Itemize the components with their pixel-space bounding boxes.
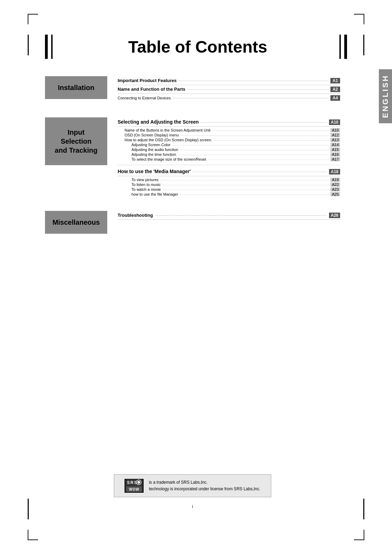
header-bar-far-right bbox=[344, 35, 347, 59]
toc-page-name-function: A2 bbox=[330, 87, 340, 92]
toc-page-movie: A23 bbox=[330, 187, 340, 191]
toc-label-media-manager: How to use the 'Media Manager' bbox=[118, 169, 191, 174]
svg-text:WOW: WOW bbox=[129, 488, 139, 491]
page-header: Table of Contents bbox=[45, 35, 347, 59]
toc-label-time: Adjusting the time function bbox=[131, 152, 176, 157]
corner-mark-tr-h bbox=[354, 14, 364, 15]
footer: SRS WOW is a trademark of SRS Labs,Inc. … bbox=[45, 474, 340, 509]
toc-label-osd: OSD (On Screen Display) menu bbox=[125, 133, 179, 137]
toc-label-name-function: Name and Function of the Parts bbox=[118, 87, 185, 92]
section-label-input: InputSelectionand Tracking bbox=[45, 117, 107, 165]
toc-label-troubleshooting: Troubleshooting bbox=[118, 213, 153, 218]
header-bar-left-thin bbox=[51, 35, 53, 59]
toc-dots-image-size bbox=[208, 160, 329, 160]
toc-entry-screen-color: Adjusting Screen Color A14 bbox=[118, 143, 340, 147]
page-number: i bbox=[192, 504, 193, 509]
section-content-misc: Troubleshooting A26 bbox=[118, 211, 340, 234]
toc-entry-image-size: To select the image size of the screen/R… bbox=[118, 157, 340, 161]
toc-entry-important-features: Important Product Features A1 bbox=[118, 78, 340, 85]
toc-dots-music bbox=[162, 185, 329, 185]
toc-dots-osd bbox=[181, 135, 329, 136]
section-content-installation: Important Product Features A1 Name and F… bbox=[118, 76, 340, 104]
toc-page-music: A22 bbox=[330, 182, 340, 187]
toc-page-media-manager: A18 bbox=[329, 169, 340, 175]
toc-dots-buttons bbox=[212, 131, 329, 131]
toc-dots-time bbox=[178, 155, 329, 155]
toc-page-how-adjust: A13 bbox=[330, 138, 340, 142]
toc-dots-3 bbox=[173, 98, 328, 98]
header-bar-right-thin bbox=[339, 35, 341, 59]
toc-page-image-size: A17 bbox=[330, 157, 340, 161]
toc-dots-movie bbox=[163, 190, 329, 190]
toc-label-movie: To watch a movie bbox=[131, 187, 161, 191]
side-bar-left-top bbox=[28, 35, 29, 55]
toc-page-troubleshooting: A26 bbox=[329, 213, 340, 218]
toc-entry-audio: Adjusting the audio function A15 bbox=[118, 148, 340, 152]
svg-text:SRS: SRS bbox=[127, 480, 138, 485]
toc-entry-time: Adjusting the time function A16 bbox=[118, 152, 340, 157]
toc-page-file-manager: A25 bbox=[330, 192, 340, 196]
section-miscellaneous: Miscellaneous Troubleshooting A26 bbox=[45, 211, 340, 234]
srs-logo-bottom: WOW bbox=[126, 486, 142, 493]
toc-entry-connecting: Connecting to External Devices A4 bbox=[118, 95, 340, 102]
section-installation: Installation Important Product Features … bbox=[45, 76, 340, 104]
toc-label-how-adjust: How to adjust the OSD (On Screen Display… bbox=[125, 138, 212, 142]
corner-mark-bl-v bbox=[28, 530, 28, 540]
toc-dots-2 bbox=[188, 89, 328, 90]
toc-dots-troubleshooting bbox=[155, 215, 327, 216]
divider-media-manager bbox=[118, 165, 340, 165]
toc-page-screen-color: A14 bbox=[330, 143, 340, 147]
corner-mark-br-h bbox=[354, 539, 364, 540]
toc-dots-how-adjust bbox=[214, 140, 329, 141]
toc-entry-buttons: Name of the Buttons in the Screen Adjust… bbox=[118, 128, 340, 132]
toc-label-screen-color: Adjusting Screen Color bbox=[131, 143, 171, 147]
srs-logo: SRS WOW bbox=[125, 479, 144, 493]
side-bar-right-bottom bbox=[363, 499, 364, 519]
srs-line2: technology is incorporated under license… bbox=[149, 486, 260, 492]
corner-mark-tl-h bbox=[28, 14, 38, 15]
toc-label-music: To listen to music bbox=[131, 182, 161, 187]
srs-logo-top: SRS bbox=[126, 479, 142, 486]
section-label-text-installation: Installation bbox=[58, 83, 94, 92]
toc-dots-audio bbox=[180, 150, 329, 150]
toc-page-important-features: A1 bbox=[330, 78, 340, 83]
toc-entry-music: To listen to music A22 bbox=[118, 182, 340, 187]
toc-label-view-pictures: To view pictures bbox=[131, 178, 158, 182]
toc-dots-screen-color bbox=[172, 145, 329, 145]
toc-page-buttons: A10 bbox=[330, 128, 340, 132]
toc-label-important-features: Important Product Features bbox=[118, 78, 176, 83]
toc-entry-how-adjust: How to adjust the OSD (On Screen Display… bbox=[118, 138, 340, 142]
corner-mark-tr-v bbox=[364, 14, 364, 24]
section-content-input: Selecting and Adjusting the Screen A10 N… bbox=[118, 117, 340, 197]
toc-dots-1 bbox=[179, 81, 328, 81]
side-bar-left-bottom bbox=[28, 499, 29, 519]
toc-label-audio: Adjusting the audio function bbox=[131, 148, 178, 152]
toc-page-selecting: A10 bbox=[329, 119, 340, 125]
toc-dots-selecting bbox=[201, 122, 327, 123]
section-label-text-misc: Miscellaneous bbox=[53, 218, 100, 227]
svg-point-3 bbox=[137, 481, 140, 484]
english-tab: ENGLISH bbox=[379, 69, 392, 123]
main-content: Installation Important Product Features … bbox=[45, 76, 340, 248]
section-label-text-input: InputSelectionand Tracking bbox=[55, 128, 97, 155]
toc-label-buttons: Name of the Buttons in the Screen Adjust… bbox=[125, 128, 210, 132]
toc-label-connecting: Connecting to External Devices bbox=[118, 96, 171, 100]
section-input-selection: InputSelectionand Tracking Selecting and… bbox=[45, 117, 340, 197]
page-title: Table of Contents bbox=[60, 37, 336, 56]
header-bar-left-thick bbox=[45, 35, 48, 59]
toc-page-osd: A12 bbox=[330, 133, 340, 137]
toc-dots-media-manager bbox=[193, 172, 327, 172]
side-bar-right-top bbox=[363, 35, 364, 55]
corner-mark-tl-v bbox=[28, 14, 28, 24]
corner-mark-bl-h bbox=[28, 539, 38, 540]
toc-entry-selecting: Selecting and Adjusting the Screen A10 bbox=[118, 119, 340, 127]
english-tab-label: ENGLISH bbox=[381, 74, 390, 118]
section-label-installation: Installation bbox=[45, 76, 107, 99]
srs-text: is a trademark of SRS Labs,Inc. technolo… bbox=[149, 479, 260, 492]
toc-page-audio: A15 bbox=[330, 148, 340, 152]
toc-entry-media-manager: How to use the 'Media Manager' A18 bbox=[118, 169, 340, 176]
corner-mark-br-v bbox=[364, 530, 364, 540]
toc-entry-osd: OSD (On Screen Display) menu A12 bbox=[118, 133, 340, 137]
toc-entry-view-pictures: To view pictures A18 bbox=[118, 178, 340, 182]
toc-dots-view-pictures bbox=[160, 180, 329, 180]
